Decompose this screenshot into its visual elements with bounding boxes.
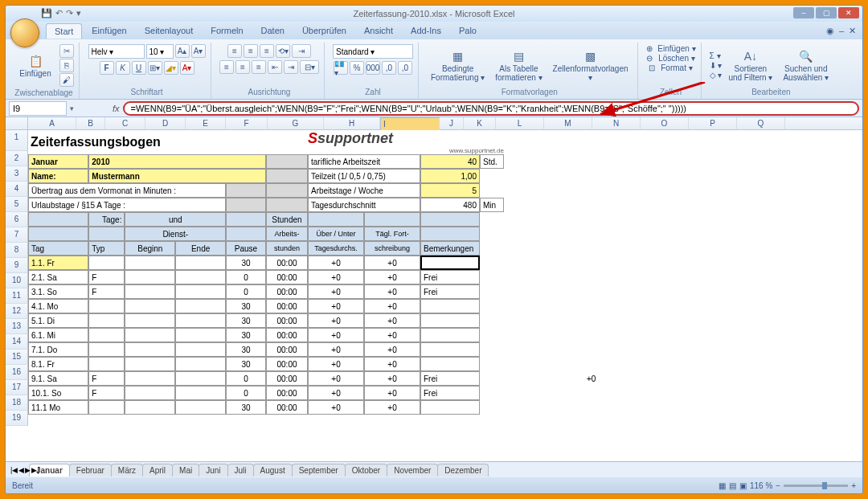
indent-increase-button[interactable]: ⇥ (284, 60, 298, 74)
view-page-icon[interactable]: ▤ (729, 481, 736, 490)
cell[interactable]: +0 (364, 299, 420, 313)
decrease-decimal-button[interactable]: ,0 (398, 61, 412, 75)
cell[interactable]: Bemerkungen (420, 241, 480, 256)
row-header-4[interactable]: 4 (6, 182, 28, 197)
cell[interactable] (125, 386, 175, 400)
undo-icon[interactable]: ↶ (55, 8, 63, 18)
insert-cells-button[interactable]: Einfügen ▾ (657, 44, 695, 53)
tab-palo[interactable]: Palo (451, 23, 485, 38)
column-header-J[interactable]: J (440, 117, 464, 129)
increase-decimal-button[interactable]: ,0 (382, 61, 396, 75)
tab-formeln[interactable]: Formeln (203, 23, 251, 38)
cell[interactable] (480, 357, 504, 371)
cell[interactable]: Frei (420, 371, 480, 386)
zoom-level[interactable]: 116 % (750, 481, 772, 490)
format-painter-button[interactable]: 🖌 (59, 73, 74, 87)
cell[interactable] (226, 198, 266, 212)
cell[interactable]: 00:00 (266, 342, 308, 357)
sheet-tab-mai[interactable]: Mai (172, 464, 199, 477)
fx-icon[interactable]: fx (113, 104, 120, 113)
cell[interactable] (420, 212, 480, 227)
row-header-19[interactable]: 19 (6, 411, 28, 426)
format-as-table-button[interactable]: ▤ Als Tabelle formatieren ▾ (491, 47, 546, 84)
cell[interactable]: 5 (420, 183, 480, 198)
cell[interactable]: 3.1. So (28, 284, 88, 299)
cell[interactable]: +0 (364, 342, 420, 357)
zoom-out-button[interactable]: − (776, 481, 780, 490)
cell[interactable] (226, 212, 266, 227)
view-break-icon[interactable]: ▣ (739, 481, 747, 490)
font-size-selector[interactable]: 10 ▾ (146, 44, 174, 59)
cell[interactable] (480, 256, 504, 270)
cell[interactable] (125, 357, 175, 371)
cell[interactable] (28, 227, 88, 241)
cell[interactable] (480, 270, 504, 284)
column-header-F[interactable]: F (226, 117, 268, 129)
delete-cells-button[interactable]: Löschen ▾ (658, 54, 695, 63)
cell[interactable]: +0 (308, 313, 364, 328)
qat-more-icon[interactable]: ▾ (76, 8, 81, 18)
align-right-button[interactable]: ≡ (252, 60, 266, 74)
sheet-tab-juni[interactable]: Juni (199, 464, 227, 477)
column-header-C[interactable]: C (105, 117, 145, 129)
cell[interactable] (266, 198, 308, 212)
cell[interactable] (175, 386, 226, 400)
office-button[interactable] (10, 18, 39, 47)
cell[interactable]: 1,00 (420, 169, 480, 183)
cell[interactable] (480, 400, 504, 415)
column-header-D[interactable]: D (145, 117, 186, 129)
tab-einfuegen[interactable]: Einfügen (84, 23, 134, 38)
sheet-tab-august[interactable]: August (253, 464, 293, 477)
currency-button[interactable]: 💶▾ (334, 61, 348, 75)
cell[interactable]: F (88, 371, 125, 386)
sheet-tab-september[interactable]: September (292, 464, 346, 477)
cell[interactable]: Teilzeit (1/ 0,5 / 0,75) (308, 169, 420, 183)
minimize-ribbon-icon[interactable]: – (839, 26, 844, 36)
help-icon[interactable]: ◉ (826, 26, 834, 36)
maximize-button[interactable]: ▢ (816, 7, 837, 18)
cell[interactable]: 11.1 Mo (28, 400, 88, 415)
cell[interactable] (125, 342, 175, 357)
cell[interactable]: 6.1. Mi (28, 328, 88, 342)
cell[interactable] (226, 183, 266, 198)
cell[interactable]: Tägl. Fort- (364, 227, 420, 241)
cell[interactable]: Tag (28, 241, 88, 256)
cell[interactable] (125, 400, 175, 415)
cell[interactable]: 30 (226, 299, 266, 313)
align-top-button[interactable]: ≡ (227, 44, 242, 58)
cell[interactable]: 00:00 (266, 299, 308, 313)
cell[interactable]: Std. (480, 154, 504, 169)
cell[interactable]: 5.1. Di (28, 313, 88, 328)
close-button[interactable]: ✕ (838, 7, 859, 18)
row-header-15[interactable]: 15 (6, 350, 28, 365)
row-header-11[interactable]: 11 (6, 288, 28, 304)
cell[interactable] (175, 400, 226, 415)
cell[interactable]: 7.1. Do (28, 342, 88, 357)
cell[interactable]: Tagesdurchschnitt (308, 198, 420, 212)
find-select-button[interactable]: 🔍 Suchen und Auswählen ▾ (779, 47, 833, 84)
view-normal-icon[interactable]: ▦ (719, 481, 726, 490)
fill-icon[interactable]: ⬇ ▾ (710, 61, 723, 70)
cell[interactable]: 30 (226, 342, 266, 357)
align-left-button[interactable]: ≡ (219, 60, 234, 74)
column-header-H[interactable]: H (324, 117, 380, 129)
cell[interactable] (125, 371, 175, 386)
cell[interactable] (175, 357, 226, 371)
cell[interactable] (420, 400, 480, 415)
wrap-text-button[interactable]: ⇥ (292, 44, 311, 58)
align-bottom-button[interactable]: ≡ (260, 44, 274, 58)
tab-nav-last-icon[interactable]: ▶| (31, 466, 39, 474)
cell[interactable]: Frei (420, 386, 480, 400)
column-header-E[interactable]: E (186, 117, 226, 129)
row-header-1[interactable]: 1 (6, 130, 28, 151)
paste-button[interactable]: 📋 Einfügen (14, 51, 57, 80)
cell[interactable] (175, 342, 226, 357)
number-format-selector[interactable]: Standard ▾ (333, 44, 413, 59)
cell[interactable]: +0 (308, 256, 364, 270)
cell[interactable]: Januar (28, 154, 88, 169)
autosum-icon[interactable]: Σ ▾ (710, 51, 721, 60)
cell[interactable]: 00:00 (266, 328, 308, 342)
zoom-slider[interactable] (784, 485, 848, 487)
cell[interactable] (420, 342, 480, 357)
row-header-17[interactable]: 17 (6, 380, 28, 395)
